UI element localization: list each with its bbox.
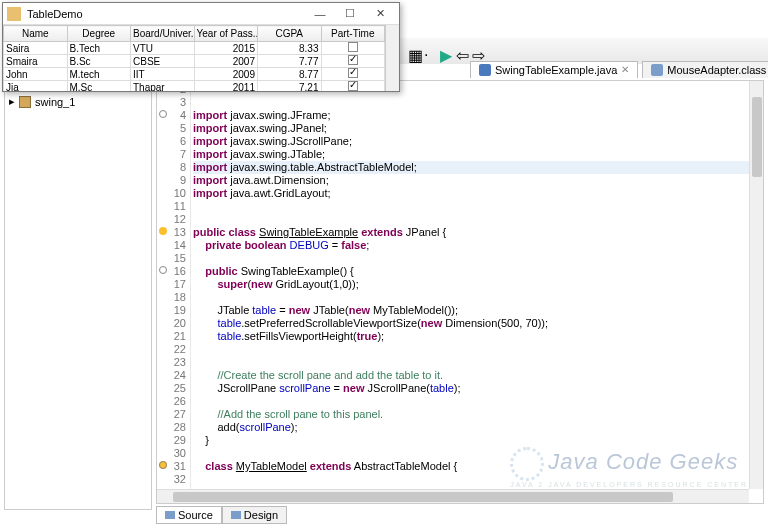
column-header[interactable]: CGPA — [258, 26, 322, 42]
horizontal-scrollbar[interactable] — [157, 489, 749, 503]
table-row[interactable]: SairaB.TechVTU20158.33 — [4, 42, 385, 55]
table-row[interactable]: JohnM.techIIT20098.77 — [4, 68, 385, 81]
run-icon[interactable]: ▶ — [440, 46, 450, 56]
tab-swingtableexample[interactable]: SwingTableExample.java ✕ — [470, 61, 638, 78]
checkbox[interactable] — [348, 42, 358, 52]
package-explorer[interactable]: ▸ swing_1 — [4, 90, 152, 510]
column-header[interactable]: Part-Time — [321, 26, 385, 42]
column-header[interactable]: Name — [4, 26, 68, 42]
toolbar-icon[interactable]: ▦ — [408, 46, 418, 56]
expand-icon[interactable]: ▸ — [9, 95, 15, 108]
tabledemo-window[interactable]: TableDemo — ☐ ✕ NameDegreeBoard/Univer..… — [2, 2, 400, 92]
tab-mouseadapter[interactable]: MouseAdapter.class — [642, 61, 768, 78]
scroll-thumb[interactable] — [752, 97, 762, 177]
column-header[interactable]: Degree — [67, 26, 131, 42]
project-label: swing_1 — [35, 96, 75, 108]
column-header[interactable]: Year of Pass.. — [194, 26, 258, 42]
tab-label: SwingTableExample.java — [495, 64, 617, 76]
table-row[interactable]: SmairaB.ScCBSE20077.77 — [4, 55, 385, 68]
maximize-button[interactable]: ☐ — [335, 5, 365, 23]
checkbox[interactable] — [348, 81, 358, 91]
fwd-icon[interactable]: ⇨ — [472, 46, 482, 56]
close-icon[interactable]: ✕ — [621, 64, 629, 75]
design-tab[interactable]: Design — [222, 506, 287, 524]
project-icon — [19, 96, 31, 108]
checkbox[interactable] — [348, 55, 358, 65]
source-tab[interactable]: Source — [156, 506, 222, 524]
vertical-scrollbar[interactable] — [749, 81, 763, 489]
window-titlebar[interactable]: TableDemo — ☐ ✕ — [3, 3, 399, 25]
close-button[interactable]: ✕ — [365, 5, 395, 23]
window-title: TableDemo — [27, 8, 305, 20]
data-table[interactable]: NameDegreeBoard/Univer..Year of Pass..CG… — [3, 25, 385, 91]
minimize-button[interactable]: — — [305, 5, 335, 23]
code-editor[interactable]: 2345678910111213141516171819202122232425… — [156, 80, 764, 504]
class-file-icon — [651, 64, 663, 76]
tab-label: MouseAdapter.class — [667, 64, 766, 76]
tab-label: Design — [244, 509, 278, 521]
java-file-icon — [479, 64, 491, 76]
line-gutter: 2345678910111213141516171819202122232425… — [157, 81, 191, 503]
source-icon — [165, 511, 175, 519]
column-header[interactable]: Board/Univer.. — [131, 26, 195, 42]
java-app-icon — [7, 7, 21, 21]
editor-bottom-tabs: Source Design — [156, 506, 287, 524]
checkbox[interactable] — [348, 68, 358, 78]
project-node[interactable]: ▸ swing_1 — [9, 95, 147, 108]
tab-label: Source — [178, 509, 213, 521]
toolbar-sep: · — [424, 46, 434, 56]
table-viewport[interactable]: NameDegreeBoard/Univer..Year of Pass..CG… — [3, 25, 385, 91]
table-row[interactable]: JiaM.ScThapar20117.21 — [4, 81, 385, 92]
eclipse-ide: ▦ · ▶ ⇦ ⇨ SwingTableExample.java ✕ Mouse… — [0, 0, 768, 528]
scroll-thumb[interactable] — [173, 492, 673, 502]
table-scrollbar[interactable] — [385, 25, 399, 91]
design-icon — [231, 511, 241, 519]
back-icon[interactable]: ⇦ — [456, 46, 466, 56]
editor-tab-bar: SwingTableExample.java ✕ MouseAdapter.cl… — [400, 58, 768, 80]
code-area[interactable]: import javax.swing.JFrame;import javax.s… — [193, 81, 749, 503]
